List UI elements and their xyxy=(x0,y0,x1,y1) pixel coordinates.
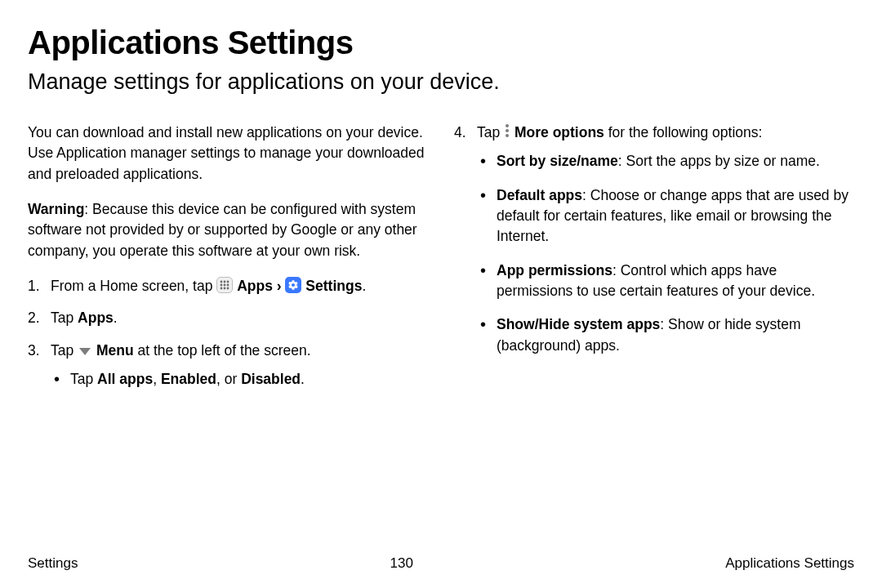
step4-bold: More options xyxy=(514,124,604,140)
step3-bold: Menu xyxy=(96,342,134,359)
period: . xyxy=(301,371,305,387)
s3b-b1: All apps xyxy=(97,371,153,387)
warning-body: : Because this device can be configured … xyxy=(28,201,417,259)
period: . xyxy=(362,278,366,294)
column-right: Tap More options for the following optio… xyxy=(454,122,854,547)
step3-sub-item: Tap All apps, Enabled, or Disabled. xyxy=(52,369,428,390)
option-show-hide-system: Show/Hide system apps: Show or hide syst… xyxy=(479,314,854,356)
page-title: Applications Settings xyxy=(28,24,854,60)
svg-point-7 xyxy=(224,287,226,290)
option-sort: Sort by size/name: Sort the apps by size… xyxy=(479,151,854,172)
opt1-body: : Sort the apps by size or name. xyxy=(618,153,820,169)
step4-options: Sort by size/name: Sort the apps by size… xyxy=(479,151,854,356)
svg-point-5 xyxy=(227,284,229,287)
settings-gear-icon xyxy=(285,277,301,293)
svg-point-8 xyxy=(227,287,229,290)
step3-sublist: Tap All apps, Enabled, or Disabled. xyxy=(52,369,428,390)
steps-list-right: Tap More options for the following optio… xyxy=(454,122,854,356)
apps-label: Apps xyxy=(237,278,273,294)
step-3: Tap Menu at the top left of the screen. … xyxy=(28,341,428,390)
option-app-permissions: App permissions: Control which apps have… xyxy=(479,261,854,302)
svg-point-0 xyxy=(220,281,223,283)
steps-list-left: From a Home screen, tap Apps xyxy=(28,276,428,390)
svg-point-2 xyxy=(227,281,229,283)
more-options-icon xyxy=(506,122,509,139)
s3b-prefix: Tap xyxy=(70,371,97,387)
step-2: Tap Apps. xyxy=(28,308,428,328)
s3b-b2: Enabled xyxy=(161,371,216,387)
intro-paragraph: You can download and install new applica… xyxy=(28,122,428,185)
dropdown-caret-icon xyxy=(79,348,91,355)
s3b-m1: , xyxy=(153,371,161,387)
column-left: You can download and install new applica… xyxy=(28,122,428,547)
option-default-apps: Default apps: Choose or change apps that… xyxy=(479,185,854,247)
opt3-bold: App permissions xyxy=(497,262,612,278)
step-1: From a Home screen, tap Apps xyxy=(28,276,428,296)
opt2-bold: Default apps xyxy=(497,187,582,203)
step2-prefix: Tap xyxy=(51,310,78,326)
svg-point-4 xyxy=(224,284,226,287)
step3-prefix: Tap xyxy=(51,342,78,359)
s3b-b3: Disabled xyxy=(241,371,301,387)
step3-suffix: at the top left of the screen. xyxy=(134,342,311,359)
step2-bold: Apps xyxy=(78,310,114,326)
settings-label: Settings xyxy=(305,278,362,294)
footer-right: Applications Settings xyxy=(725,555,854,572)
content-columns: You can download and install new applica… xyxy=(28,122,854,547)
apps-grid-icon xyxy=(216,277,233,293)
step-4: Tap More options for the following optio… xyxy=(454,122,854,356)
opt4-bold: Show/Hide system apps xyxy=(497,316,660,332)
step1-prefix: From a Home screen, tap xyxy=(51,278,216,294)
svg-point-6 xyxy=(220,287,223,290)
document-page: Applications Settings Manage settings fo… xyxy=(0,0,882,588)
step4-suffix: for the following options: xyxy=(604,124,763,140)
opt1-bold: Sort by size/name xyxy=(497,153,618,169)
footer-page-number: 130 xyxy=(390,555,413,572)
period: . xyxy=(114,310,118,326)
chevron-right-icon: › xyxy=(277,278,282,294)
footer-left: Settings xyxy=(28,555,78,572)
warning-paragraph: Warning: Because this device can be conf… xyxy=(28,199,428,261)
page-footer: Settings 130 Applications Settings xyxy=(28,547,854,572)
warning-label: Warning xyxy=(28,201,84,217)
page-subtitle: Manage settings for applications on your… xyxy=(28,69,854,96)
svg-point-1 xyxy=(224,281,226,283)
svg-point-3 xyxy=(220,284,223,287)
s3b-m2: , or xyxy=(216,371,241,387)
step4-prefix: Tap xyxy=(477,124,504,140)
